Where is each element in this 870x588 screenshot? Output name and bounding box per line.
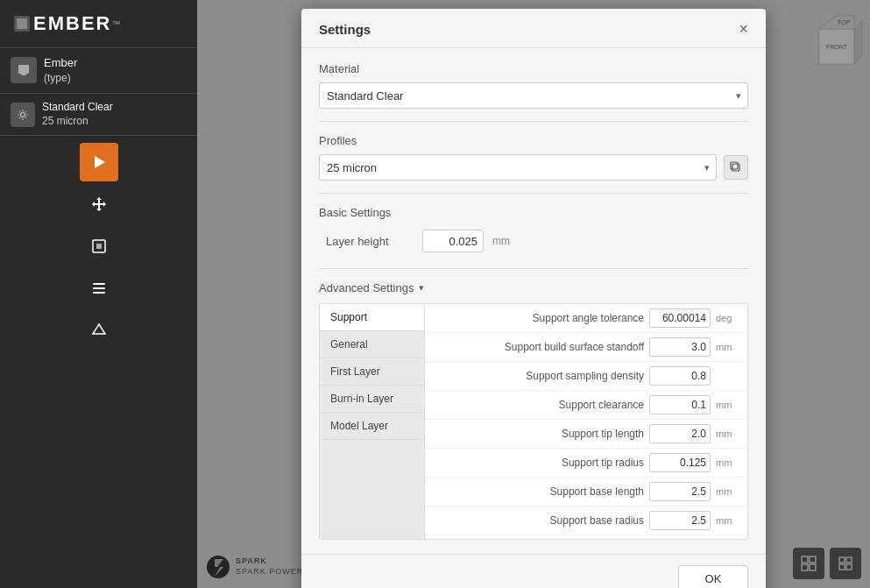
modal-header: Settings × — [301, 9, 766, 48]
table-row: Support angle tolerance deg — [425, 304, 747, 333]
profiles-label: Profiles — [319, 134, 748, 147]
svg-rect-0 — [17, 18, 27, 29]
measure-tool-button[interactable] — [80, 311, 118, 350]
layer-tool-button[interactable] — [80, 269, 118, 308]
setting-name: Support base length — [432, 485, 644, 498]
divider-2 — [319, 193, 748, 194]
tool-panel — [0, 136, 197, 357]
nav-item-model-layer[interactable]: Model Layer — [320, 413, 424, 440]
setting-value-input[interactable] — [649, 337, 711, 357]
settings-entry[interactable]: Standard Clear 25 micron — [0, 94, 197, 136]
table-row: Support post radius mm — [425, 535, 747, 539]
material-dropdown-wrapper: Standard Clear ▾ — [319, 82, 748, 109]
profiles-row: 25 micron ▾ — [319, 154, 748, 181]
sidebar: EMBER ™ Ember (type) Standard Clear 25 m… — [0, 0, 197, 588]
settings-modal: Settings × Material Standard Clear ▾ Pro… — [301, 9, 766, 588]
modal-footer: OK — [301, 554, 766, 588]
setting-value-input[interactable] — [649, 366, 711, 386]
gear-icon — [11, 103, 35, 127]
svg-rect-2 — [21, 74, 26, 75]
table-row: Support base radius mm — [425, 507, 747, 535]
table-row: Support build surface standoff mm — [425, 333, 747, 362]
layer-height-input[interactable] — [422, 230, 484, 252]
table-row: Support tip radius mm — [425, 449, 747, 478]
table-row: Support base length mm — [425, 478, 747, 507]
setting-value-input[interactable] — [649, 424, 711, 443]
profiles-dropdown[interactable]: 25 micron — [319, 154, 717, 181]
material-label: Material — [319, 62, 748, 75]
profile-name: Ember — [44, 55, 77, 71]
setting-name: Support sampling density — [432, 370, 644, 382]
setting-name: Support build surface standoff — [432, 341, 644, 353]
svg-rect-1 — [18, 65, 29, 74]
profiles-dropdown-wrapper: 25 micron ▾ — [319, 154, 717, 181]
basic-settings-label: Basic Settings — [319, 206, 748, 219]
advanced-settings-arrow: ▾ — [419, 282, 424, 294]
setting-name: Support clearance — [432, 399, 644, 411]
logo-icon — [14, 16, 30, 32]
scale-tool-button[interactable] — [80, 227, 118, 266]
advanced-settings-label: Advanced Settings — [319, 281, 414, 294]
setting-unit: mm — [716, 515, 740, 526]
divider-1 — [319, 121, 748, 122]
trademark: ™ — [111, 19, 120, 29]
setting-value-input[interactable] — [649, 482, 711, 501]
app-logo: EMBER ™ — [0, 0, 197, 47]
svg-rect-27 — [731, 162, 738, 169]
table-row: Support sampling density — [425, 362, 747, 391]
setting-name: Support base radius — [432, 514, 644, 527]
setting-unit: mm — [716, 342, 740, 352]
nav-item-first-layer[interactable]: First Layer — [320, 358, 424, 386]
table-row: Support clearance mm — [425, 391, 747, 420]
svg-marker-4 — [95, 156, 105, 168]
svg-rect-9 — [93, 292, 105, 294]
table-row: Support tip length mm — [425, 420, 747, 449]
play-tool-button[interactable] — [80, 143, 118, 181]
setting-name: Support tip radius — [432, 457, 644, 469]
material-dropdown[interactable]: Standard Clear — [319, 82, 748, 109]
layer-height-label: Layer height — [326, 235, 414, 248]
svg-point-3 — [21, 112, 25, 117]
setting-value-input[interactable] — [649, 453, 711, 472]
setting-unit: mm — [716, 486, 740, 497]
nav-item-general[interactable]: General — [320, 331, 424, 358]
svg-rect-26 — [732, 164, 739, 171]
nav-item-support[interactable]: Support — [320, 304, 424, 331]
svg-rect-7 — [93, 283, 105, 285]
svg-rect-8 — [93, 287, 105, 289]
setting-unit: mm — [716, 429, 740, 439]
material-row: Standard Clear ▾ — [319, 82, 748, 109]
modal-body: Material Standard Clear ▾ Profiles 25 mi… — [301, 48, 766, 554]
profile-section: Ember (type) — [0, 47, 197, 94]
setting-value-input[interactable] — [649, 511, 711, 530]
setting-unit: mm — [716, 400, 740, 410]
setting-value-input[interactable] — [649, 308, 711, 328]
setting-value-input[interactable] — [649, 395, 711, 414]
svg-marker-10 — [93, 324, 105, 334]
setting-name: Support angle tolerance — [432, 312, 644, 324]
profile-icon — [11, 57, 37, 83]
move-tool-button[interactable] — [80, 185, 118, 223]
advanced-settings-header[interactable]: Advanced Settings ▾ — [319, 281, 748, 294]
close-button[interactable]: × — [739, 21, 748, 37]
advanced-panel: Support General First Layer Burn-in Laye… — [319, 303, 748, 540]
advanced-nav: Support General First Layer Burn-in Laye… — [320, 304, 425, 539]
profile-info: Ember (type) — [44, 55, 77, 86]
layer-height-row: Layer height mm — [319, 226, 748, 256]
setting-unit: mm — [716, 457, 740, 468]
svg-rect-6 — [96, 244, 102, 249]
profile-type: (type) — [44, 71, 77, 86]
app-name: EMBER — [33, 12, 111, 35]
ok-button[interactable]: OK — [678, 565, 748, 588]
setting-name: Support tip length — [432, 428, 644, 440]
divider-3 — [319, 268, 748, 269]
nav-item-burn-in-layer[interactable]: Burn-in Layer — [320, 386, 424, 413]
setting-unit: deg — [716, 313, 740, 323]
settings-info: Standard Clear 25 micron — [42, 101, 113, 128]
layer-height-unit: mm — [492, 235, 510, 247]
settings-name: Standard Clear — [42, 101, 113, 115]
modal-overlay: Settings × Material Standard Clear ▾ Pro… — [197, 0, 870, 588]
advanced-content: Support angle tolerance deg Support buil… — [425, 304, 747, 539]
modal-title: Settings — [319, 22, 371, 37]
copy-profile-button[interactable] — [724, 155, 748, 180]
